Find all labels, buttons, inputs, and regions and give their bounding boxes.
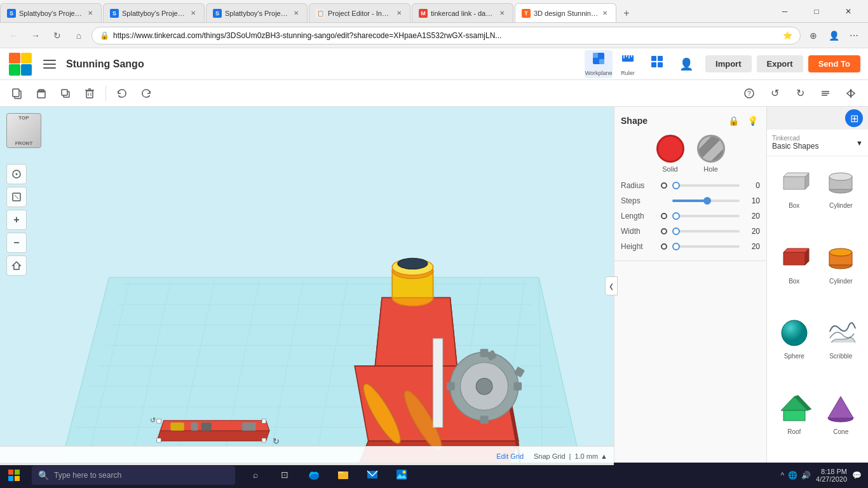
redo-button[interactable] xyxy=(135,83,157,104)
shape-item-box-red[interactable]: Box xyxy=(772,237,817,310)
svg-marker-100 xyxy=(783,252,805,265)
redo-history-button[interactable]: ↻ xyxy=(789,83,811,104)
tray-network[interactable]: 🌐 xyxy=(788,471,797,480)
maximize-button[interactable]: □ xyxy=(802,0,831,23)
tray-sound[interactable]: 🔊 xyxy=(801,471,811,480)
undo-button[interactable] xyxy=(111,83,133,104)
tab-close-4[interactable]: ✕ xyxy=(395,9,403,18)
shape-item-roof[interactable]: Roof xyxy=(772,388,817,461)
solid-type-button[interactable]: Solid xyxy=(656,135,684,173)
tray-arrow[interactable]: ^ xyxy=(780,471,784,480)
zoom-fit-button[interactable] xyxy=(6,187,27,207)
send-to-button[interactable]: Send To xyxy=(808,55,860,72)
start-button[interactable] xyxy=(0,463,28,488)
fit-all-button[interactable] xyxy=(6,164,27,184)
home-view-button[interactable] xyxy=(6,255,27,276)
import-button[interactable]: Import xyxy=(705,55,751,72)
workplane-button[interactable]: Workplane xyxy=(585,50,613,78)
copy-button[interactable] xyxy=(6,83,28,104)
browser-tab-1[interactable]: S Splattyboy's Projects - ✕ xyxy=(0,3,102,22)
align-button[interactable] xyxy=(815,83,836,104)
taskbar-photos[interactable] xyxy=(388,463,416,488)
cube-face[interactable]: TOP FRONT xyxy=(6,113,41,148)
tab-close-6[interactable]: ✕ xyxy=(600,9,609,18)
forward-button[interactable]: → xyxy=(27,27,44,44)
help-button[interactable]: ? xyxy=(738,83,760,104)
browser-tab-2[interactable]: S Splattyboy's Projects - ✕ xyxy=(103,3,205,22)
width-dot[interactable] xyxy=(661,228,667,234)
panel-toggle-button[interactable]: ❮ xyxy=(605,276,618,295)
shape-item-scribble[interactable]: Scribble xyxy=(819,312,864,385)
taskbar-search-box[interactable]: 🔍 Type here to search xyxy=(32,466,235,485)
minimize-button[interactable]: ─ xyxy=(770,0,799,23)
new-tab-button[interactable]: + xyxy=(618,4,635,22)
snap-grid-arrow[interactable]: ▲ xyxy=(600,452,607,460)
shape-item-cylinder-gray[interactable]: Cylinder xyxy=(819,161,864,234)
edit-grid-button[interactable]: Edit Grid xyxy=(496,452,524,460)
steps-slider[interactable] xyxy=(672,200,740,202)
back-button[interactable]: ← xyxy=(5,27,23,44)
radius-slider[interactable] xyxy=(672,184,740,187)
tab-close-2[interactable]: ✕ xyxy=(189,9,198,18)
ruler-button[interactable]: Ruler xyxy=(614,50,642,78)
view-cube[interactable]: TOP FRONT xyxy=(6,113,41,148)
width-slider[interactable] xyxy=(672,230,740,233)
tab-close-5[interactable]: ✕ xyxy=(498,9,506,18)
user-icon[interactable]: 👤 xyxy=(825,27,843,44)
duplicate-button[interactable] xyxy=(55,83,76,104)
taskbar-mail[interactable] xyxy=(358,463,386,488)
browser-toolbar-icons: ⊕ 👤 ⋯ xyxy=(804,27,863,44)
workplane-icon xyxy=(592,51,606,69)
shape-item-cylinder-orange[interactable]: Cylinder xyxy=(819,237,864,310)
bulb-icon[interactable]: 💡 xyxy=(745,113,760,128)
radius-dot[interactable] xyxy=(661,182,667,189)
shape-item-cone[interactable]: Cone xyxy=(819,388,864,461)
length-slider[interactable] xyxy=(672,215,740,217)
zoom-out-button[interactable]: − xyxy=(6,233,27,253)
hole-type-button[interactable]: Hole xyxy=(697,135,725,173)
shapes-nav-grid-button[interactable]: ⊞ xyxy=(845,109,863,127)
browser-tab-5[interactable]: M tinkercad link - davinfi... ✕ xyxy=(412,3,513,22)
account-button[interactable]: 👤 xyxy=(672,50,700,78)
paste-button[interactable] xyxy=(31,83,52,104)
shapes-nav: ⊞ xyxy=(767,107,868,130)
hamburger-button[interactable] xyxy=(39,54,60,74)
more-menu-icon[interactable]: ⋯ xyxy=(845,27,863,44)
tab-close-3[interactable]: ✕ xyxy=(292,9,301,18)
address-bar[interactable]: 🔒 https://www.tinkercad.com/things/3DSoU… xyxy=(92,27,801,44)
svg-rect-1 xyxy=(593,53,598,58)
canvas-area[interactable]: ↻ ↺ xyxy=(0,107,614,465)
shape-icon-box-red xyxy=(777,241,811,275)
browser-tab-3[interactable]: S Splattyboy's Projects - ✕ xyxy=(206,3,308,22)
taskbar-edge[interactable] xyxy=(300,463,328,488)
undo-history-button[interactable]: ↺ xyxy=(764,83,785,104)
extensions-icon[interactable]: ⊕ xyxy=(804,27,822,44)
shapes-library-button[interactable] xyxy=(643,50,671,78)
taskbar-clock[interactable]: 8:18 PM 4/27/2020 xyxy=(816,468,847,483)
refresh-button[interactable]: ↻ xyxy=(48,27,66,44)
taskbar-explorer[interactable] xyxy=(329,463,357,488)
browser-tab-6[interactable]: T 3D design Stunning Sa... ✕ xyxy=(515,3,616,22)
hamburger-line-1 xyxy=(43,60,56,61)
close-button[interactable]: ✕ xyxy=(834,0,863,23)
mirror-button[interactable] xyxy=(840,83,862,104)
export-button[interactable]: Export xyxy=(757,55,803,72)
width-value: 20 xyxy=(745,227,760,236)
shapes-category-selector[interactable]: Tinkercad Basic Shapes ▼ xyxy=(767,130,868,156)
tab-close-1[interactable]: ✕ xyxy=(86,9,95,18)
delete-button[interactable] xyxy=(79,83,100,104)
workplane-label: Workplane xyxy=(585,70,613,76)
svg-point-105 xyxy=(829,248,852,256)
lock-icon[interactable]: 🔒 xyxy=(726,113,741,128)
taskbar-search-app[interactable]: ⌕ xyxy=(241,463,269,488)
taskbar-task-view[interactable]: ⊡ xyxy=(271,463,299,488)
browser-tab-4[interactable]: 📋 Project Editor - Instruct ✕ xyxy=(309,3,410,22)
height-slider[interactable] xyxy=(672,245,740,248)
notification-icon[interactable]: 💬 xyxy=(852,471,862,480)
home-button[interactable]: ⌂ xyxy=(70,27,88,44)
length-dot[interactable] xyxy=(661,213,667,219)
height-dot[interactable] xyxy=(661,243,667,250)
zoom-in-button[interactable]: + xyxy=(6,210,27,230)
shape-item-box-gray[interactable]: Box xyxy=(772,161,817,234)
shape-item-sphere[interactable]: Sphere xyxy=(772,312,817,385)
